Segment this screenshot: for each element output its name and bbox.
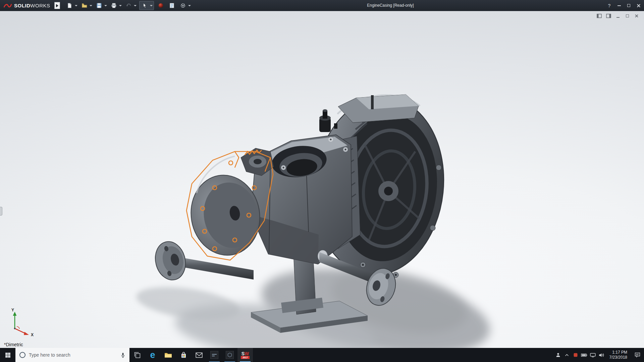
print-dropdown[interactable] (119, 5, 122, 6)
undo-group (124, 1, 137, 10)
document-restore-icon (626, 14, 629, 17)
window-title: EngineCasing [Read-only] (340, 0, 441, 11)
engine-casing-model[interactable] (0, 11, 644, 348)
solidworks-app-button[interactable]: SW 2017 (237, 348, 253, 362)
open-document-group (80, 1, 92, 10)
clock-time: 1:17 PM (612, 350, 627, 355)
brand-solid: SOLID (14, 3, 30, 8)
minimize-button[interactable] (614, 0, 624, 11)
save-button[interactable] (95, 1, 103, 10)
action-center-button[interactable] (631, 348, 644, 362)
battery-button[interactable] (580, 348, 589, 362)
clock-date: 7/23/2018 (609, 355, 627, 360)
minimize-icon (618, 5, 621, 6)
microphone-icon[interactable] (120, 352, 125, 358)
options-dropdown[interactable] (188, 5, 191, 6)
document-close-icon (635, 14, 639, 18)
system-options-button[interactable] (179, 1, 187, 10)
network-icon (590, 353, 596, 357)
store-icon (180, 352, 187, 358)
new-document-button[interactable] (65, 1, 74, 10)
appearance-sphere-icon (158, 3, 164, 8)
new-document-dropdown[interactable] (75, 5, 77, 6)
brand-works: WORKS (30, 3, 50, 8)
document-minimize-icon (616, 17, 620, 18)
gear-icon (180, 3, 186, 8)
graphics-viewport[interactable]: Y X *Dimetric (0, 11, 644, 348)
help-glyph: ? (608, 3, 611, 8)
panel-left-icon (597, 14, 602, 18)
appearance-button[interactable] (157, 1, 165, 10)
properties-group (168, 1, 176, 10)
tray-app-icon (573, 353, 578, 357)
print-button[interactable] (110, 1, 118, 10)
toolbar-flyout-button[interactable] (54, 2, 60, 9)
view-orientation-label: *Dimetric (4, 342, 23, 347)
document-close-button[interactable] (634, 13, 639, 18)
window-controls: ? (604, 0, 643, 11)
open-folder-icon (82, 3, 87, 8)
edge-browser-button[interactable]: e (145, 348, 160, 362)
action-center-icon (635, 352, 640, 358)
select-cursor-icon (142, 3, 148, 8)
windows-taskbar: e SW 2017 (0, 348, 644, 362)
mail-button[interactable] (191, 348, 207, 362)
brand-text: SOLIDWORKS (14, 3, 50, 8)
start-button[interactable] (0, 348, 15, 362)
cortana-icon (19, 352, 25, 358)
save-dropdown[interactable] (104, 5, 107, 6)
triad-x-label: X (31, 333, 34, 337)
store-button[interactable] (176, 348, 191, 362)
open-document-button[interactable] (80, 1, 89, 10)
undo-dropdown[interactable] (134, 5, 137, 6)
panel-right-button[interactable] (606, 13, 611, 18)
solidworks-app-icon: SW 2017 (240, 351, 250, 359)
save-floppy-icon (96, 3, 102, 8)
select-tool-button[interactable] (141, 1, 149, 10)
open-document-dropdown[interactable] (90, 5, 92, 6)
close-button[interactable] (634, 0, 643, 11)
document-window-controls (596, 13, 639, 18)
options-group (179, 1, 191, 10)
speaker-icon (599, 353, 604, 357)
undo-arrow-icon (126, 3, 131, 8)
ds-logo-icon (3, 3, 12, 9)
document-properties-button[interactable] (168, 1, 176, 10)
network-button[interactable] (589, 348, 597, 362)
select-tool-dropdown[interactable] (150, 5, 153, 6)
people-button[interactable] (554, 348, 562, 362)
restore-icon (627, 4, 630, 7)
file-explorer-icon (164, 352, 172, 358)
tray-app-button[interactable] (571, 348, 580, 362)
panel-collapse-handle[interactable] (0, 207, 2, 216)
new-document-icon (67, 3, 72, 8)
taskbar-search[interactable] (15, 348, 129, 362)
task-view-button[interactable] (129, 348, 145, 362)
chevron-up-icon (565, 354, 569, 357)
sw-icon-s: S (241, 351, 245, 356)
document-minimize-button[interactable] (615, 13, 621, 18)
show-hidden-icons-button[interactable] (562, 348, 571, 362)
printer-icon (111, 3, 117, 8)
system-tray: 1:17 PM 7/23/2018 (554, 348, 644, 362)
restore-button[interactable] (624, 0, 634, 11)
app-button-dark-2[interactable] (222, 348, 237, 362)
windows-logo-icon (5, 352, 11, 358)
taskbar-clock[interactable]: 1:17 PM 7/23/2018 (606, 348, 631, 362)
panel-left-button[interactable] (596, 13, 602, 18)
edge-icon: e (150, 351, 155, 360)
help-button[interactable]: ? (604, 0, 614, 11)
document-restore-button[interactable] (625, 13, 630, 18)
people-icon (555, 352, 561, 358)
search-input[interactable] (29, 352, 117, 358)
new-document-group (65, 1, 77, 10)
solidworks-logo: SOLIDWORKS (0, 3, 53, 9)
undo-button[interactable] (124, 1, 133, 10)
file-explorer-button[interactable] (160, 348, 176, 362)
app-icon-dark-1 (210, 351, 218, 359)
close-icon (637, 4, 641, 8)
volume-button[interactable] (597, 348, 606, 362)
app-icon-dark-2 (226, 351, 234, 359)
app-button-dark-1[interactable] (207, 348, 222, 362)
orientation-triad[interactable]: Y X (5, 309, 36, 338)
